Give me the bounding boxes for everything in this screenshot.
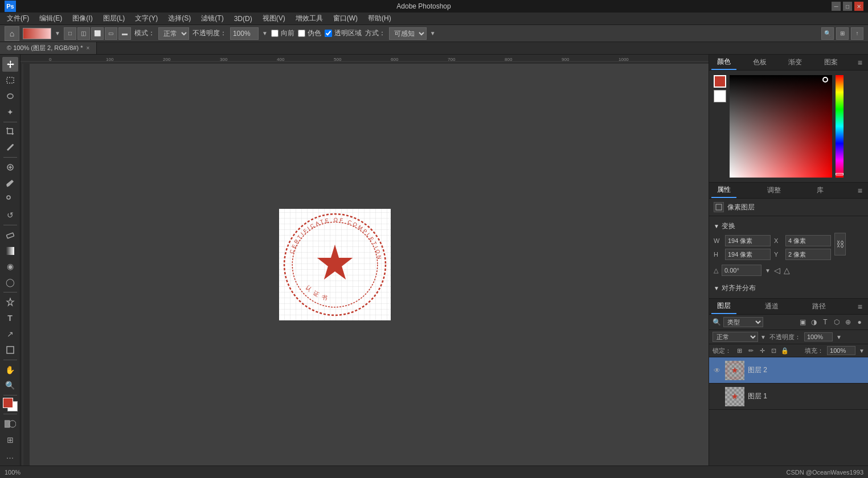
opacity-value-input[interactable] bbox=[804, 332, 833, 341]
menu-file[interactable]: 文件(F) bbox=[2, 13, 34, 24]
tab-gradient[interactable]: 渐变 bbox=[783, 55, 808, 69]
adjust-layer-filter[interactable]: ◑ bbox=[809, 317, 819, 327]
text-layer-filter[interactable]: T bbox=[820, 317, 830, 327]
canvas-area[interactable]: 0 100 200 300 400 500 600 700 800 900 10… bbox=[21, 55, 709, 465]
blur-tool[interactable]: ◉ bbox=[2, 259, 18, 274]
change-screen-mode[interactable]: ⊞ bbox=[2, 432, 18, 447]
x-input[interactable] bbox=[785, 235, 831, 246]
close-button[interactable]: ✕ bbox=[854, 2, 863, 11]
layers-type-select[interactable]: 类型 bbox=[723, 317, 763, 327]
color-swatches[interactable] bbox=[3, 398, 18, 411]
crop-tool[interactable] bbox=[2, 124, 18, 139]
forward-checkbox[interactable] bbox=[271, 30, 279, 37]
shape-tool[interactable] bbox=[2, 343, 18, 357]
hand-tool[interactable]: ✋ bbox=[2, 362, 18, 377]
heal-tool[interactable] bbox=[2, 160, 18, 175]
transform-link-button[interactable]: ⛓ bbox=[834, 233, 846, 256]
w-input[interactable] bbox=[725, 235, 771, 246]
layer-item-2[interactable]: 👁 图层 2 bbox=[709, 357, 868, 384]
canvas-content[interactable]: CERTIFICATE OF COMPLETION 认 证 书 bbox=[30, 64, 709, 465]
tab-swatches[interactable]: 色板 bbox=[747, 55, 772, 69]
eyedropper-tool[interactable] bbox=[2, 140, 18, 155]
shape-layer-filter[interactable]: ⬡ bbox=[832, 317, 842, 327]
properties-panel-menu[interactable]: ≡ bbox=[854, 185, 866, 196]
color-panel-menu[interactable]: ≡ bbox=[854, 57, 866, 68]
brush-tool[interactable] bbox=[2, 176, 18, 191]
tab-color[interactable]: 颜色 bbox=[711, 55, 736, 70]
layer-1-visibility[interactable]: 👁 bbox=[713, 392, 722, 401]
foreground-color-swatch[interactable] bbox=[3, 398, 13, 408]
layer-item-1[interactable]: 👁 图层 1 bbox=[709, 384, 868, 410]
menu-view[interactable]: 视图(V) bbox=[258, 13, 290, 24]
pen-tool[interactable] bbox=[2, 295, 18, 310]
background-color-box[interactable] bbox=[714, 90, 726, 102]
history-brush-tool[interactable]: ↺ bbox=[2, 208, 18, 222]
text-tool[interactable]: T bbox=[2, 311, 18, 325]
shape-option-4[interactable]: ▭ bbox=[105, 27, 117, 40]
layer-2-visibility[interactable]: 👁 bbox=[713, 366, 722, 375]
pseudocolor-checkbox[interactable] bbox=[298, 30, 305, 37]
pixel-layer-filter[interactable]: ▣ bbox=[797, 317, 808, 327]
lock-artboard-icon[interactable]: ⊡ bbox=[769, 346, 778, 355]
menu-text[interactable]: 文字(Y) bbox=[130, 13, 162, 24]
tab-channels[interactable]: 通道 bbox=[759, 299, 784, 314]
tab-close-button[interactable]: × bbox=[86, 45, 89, 51]
shape-option-1[interactable]: □ bbox=[64, 27, 76, 40]
menu-help[interactable]: 帮助(H) bbox=[363, 13, 396, 24]
maximize-button[interactable]: □ bbox=[843, 2, 852, 11]
lock-position-icon[interactable]: ✛ bbox=[758, 346, 767, 355]
eraser-tool[interactable] bbox=[2, 228, 18, 242]
menu-edit[interactable]: 编辑(E) bbox=[35, 13, 67, 24]
lasso-tool[interactable] bbox=[2, 89, 18, 104]
menu-window[interactable]: 窗口(W) bbox=[329, 13, 362, 24]
align-header[interactable]: ▼ 对齐并分布 bbox=[714, 282, 863, 295]
shape-option-2[interactable]: ◫ bbox=[77, 27, 90, 40]
color-swatch-options[interactable] bbox=[23, 28, 51, 39]
layers-panel-menu[interactable]: ≡ bbox=[854, 301, 866, 312]
minimize-button[interactable]: ─ bbox=[832, 2, 841, 11]
foreground-color-box[interactable] bbox=[714, 75, 726, 88]
dodge-tool[interactable]: ◯ bbox=[2, 275, 18, 290]
lock-all-icon[interactable]: 🔒 bbox=[780, 346, 789, 355]
tab-patterns[interactable]: 图案 bbox=[818, 55, 844, 69]
zoom-tool[interactable]: 🔍 bbox=[2, 378, 18, 393]
menu-3d[interactable]: 3D(D) bbox=[230, 14, 257, 24]
opacity-input[interactable] bbox=[230, 27, 259, 40]
shape-option-3[interactable]: ⬜ bbox=[91, 27, 104, 40]
transparent-checkbox[interactable] bbox=[325, 30, 332, 37]
menu-plugins[interactable]: 增效工具 bbox=[291, 13, 327, 24]
home-button[interactable]: ⌂ bbox=[5, 26, 19, 41]
shape-option-5[interactable]: ▬ bbox=[118, 27, 131, 40]
mode-select[interactable]: 正常 bbox=[158, 27, 189, 40]
color-gradient-picker[interactable] bbox=[730, 75, 832, 178]
menu-filter[interactable]: 滤镜(T) bbox=[196, 13, 228, 24]
method-select[interactable]: 可感知 bbox=[389, 27, 427, 40]
lock-transparent-icon[interactable]: ⊞ bbox=[735, 346, 744, 355]
rectangle-select-tool[interactable] bbox=[2, 73, 18, 88]
menu-layer[interactable]: 图层(L) bbox=[99, 13, 130, 24]
color-hue-bar[interactable] bbox=[836, 75, 844, 178]
search-button[interactable]: 🔍 bbox=[821, 27, 834, 40]
menu-select[interactable]: 选择(S) bbox=[163, 13, 195, 24]
more-tools[interactable]: … bbox=[2, 448, 18, 463]
share-button[interactable]: ↑ bbox=[851, 27, 863, 40]
smart-layer-filter[interactable]: ⊕ bbox=[843, 317, 853, 327]
blend-mode-select[interactable]: 正常 bbox=[713, 332, 758, 342]
menu-image[interactable]: 图像(I) bbox=[68, 13, 97, 24]
document-tab[interactable]: © 100% (图层 2, RGB/8#) * × bbox=[0, 42, 97, 54]
fill-value-input[interactable] bbox=[827, 346, 855, 355]
tab-properties[interactable]: 属性 bbox=[711, 183, 736, 198]
angle-input[interactable] bbox=[722, 265, 761, 276]
filter-toggle[interactable]: ● bbox=[854, 317, 865, 327]
transform-header[interactable]: ▼ 变换 bbox=[714, 220, 863, 233]
tab-adjustments[interactable]: 调整 bbox=[761, 183, 787, 197]
magic-wand-tool[interactable]: ✦ bbox=[2, 105, 18, 120]
move-tool[interactable] bbox=[2, 57, 18, 72]
gradient-tool[interactable] bbox=[2, 244, 18, 258]
tab-library[interactable]: 库 bbox=[811, 183, 829, 197]
tab-paths[interactable]: 路径 bbox=[806, 299, 832, 314]
lock-pixels-icon[interactable]: ✏ bbox=[746, 346, 755, 355]
quick-mask-tool[interactable] bbox=[2, 417, 18, 431]
path-select-tool[interactable]: ↗ bbox=[2, 327, 18, 341]
h-input[interactable] bbox=[725, 249, 771, 260]
